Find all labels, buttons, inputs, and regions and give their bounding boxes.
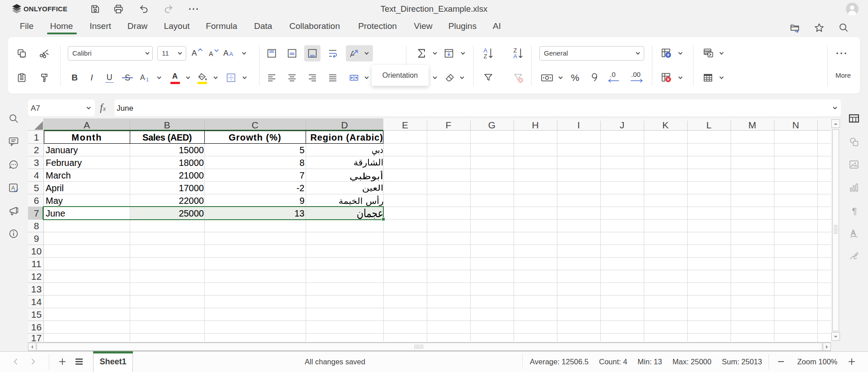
svg-text:Z: Z — [484, 53, 487, 60]
svg-text:A: A — [11, 185, 15, 191]
svg-text:.0: .0 — [610, 71, 616, 78]
svg-text:A: A — [514, 53, 518, 60]
svg-text:.00: .00 — [631, 71, 641, 78]
svg-text:A: A — [484, 47, 488, 54]
svg-text:A: A — [851, 229, 856, 237]
svg-text:Z: Z — [514, 47, 517, 54]
